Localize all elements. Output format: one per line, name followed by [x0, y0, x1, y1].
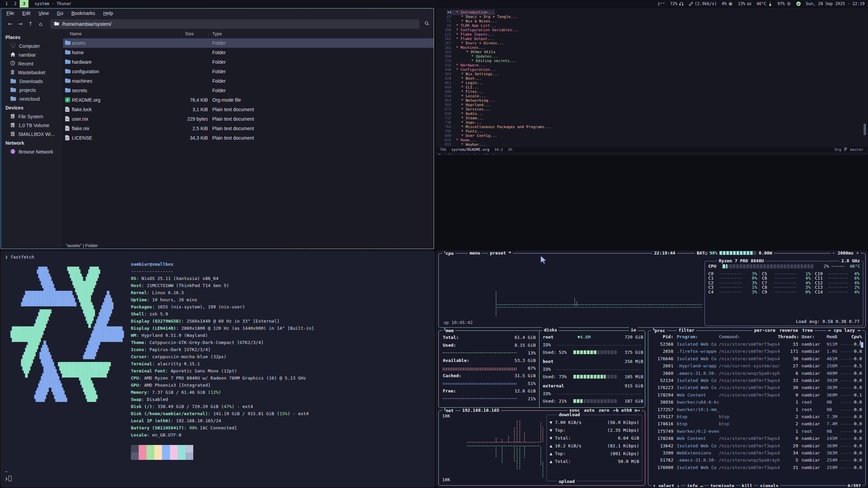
sidebar-item-nextcloud[interactable]: nextcloud [1, 95, 63, 103]
file-row-flake-lock[interactable]: flake.lock3,1 KiBPlain text document [63, 105, 434, 114]
menu-file[interactable]: File [6, 11, 14, 16]
update-interval-control[interactable]: - 2000ms + [831, 251, 861, 256]
forward-button[interactable]: → [15, 21, 25, 27]
process-row[interactable]: 176000Isolated Web Co/nix/store/sm8fmrf3… [648, 465, 861, 472]
mem-box-title[interactable]: 2mem [442, 328, 455, 333]
list-column-headers[interactable]: Name Size Type [63, 30, 434, 38]
net-box-title[interactable]: 3net [442, 408, 455, 413]
process-row[interactable]: 3390WebExtensions/nix/store/sm8fmrf3wps4… [648, 450, 861, 458]
process-row[interactable]: 38936kworker/u64:6-kc1root0B0.0 [648, 400, 861, 407]
file-row-assets[interactable]: assetsFolder [63, 38, 434, 48]
file-row-readme-org[interactable]: README.org76,4 KiBOrg-mode file [63, 95, 434, 105]
process-row[interactable]: 178294Web Content/nix/store/sm8fmrf3wps4… [648, 392, 861, 400]
file-row-user-nix[interactable]: user.nix229 bytesPlain text document [63, 114, 434, 124]
file-row-hardware[interactable]: hardwareFolder [63, 57, 434, 67]
disks-io-toggle[interactable]: io [629, 327, 638, 332]
proc-col-Pid[interactable]: Pid: [648, 334, 673, 339]
proc-col-Threads[interactable]: Threads: [778, 334, 798, 339]
column-size[interactable]: Size [185, 31, 194, 36]
proc-scroll-indicator[interactable] [861, 342, 863, 348]
sidebar-item-wastebasket[interactable]: Wastebasket [1, 68, 63, 77]
sidebar-item-computer[interactable]: Computer [1, 42, 63, 50]
disks-title[interactable]: disks [542, 327, 559, 332]
shell-prompt-current[interactable]: ~ ❯ [5, 468, 12, 482]
proc-action-kill[interactable]: kill [741, 483, 754, 487]
file-row-home[interactable]: homeFolder [63, 48, 434, 57]
path-bar[interactable]: /home/nambiar/system/ [51, 19, 419, 29]
proc-button-per-core[interactable]: per-core [754, 328, 775, 333]
menu-go[interactable]: Go [57, 11, 63, 16]
clock-module[interactable]: Sun, 28 Sep 2025 - 22:19 [806, 1, 865, 6]
net-button--b-eth0-n-[interactable]: ←b eth0 n→ [613, 408, 640, 413]
sidebar-item-browse-network[interactable]: Browse Network [1, 147, 63, 156]
proc-col-Program[interactable]: Program: [677, 334, 698, 339]
net-button-auto[interactable]: auto [584, 408, 594, 413]
back-button[interactable]: ← [5, 21, 15, 27]
sidebar-item-downloads[interactable]: Downloads [1, 77, 63, 86]
workspace-3[interactable]: 3 [20, 0, 28, 7]
search-icon[interactable] [424, 21, 430, 27]
sidebar-item-1-0-tb-volume[interactable]: 1,0 TB Volume [1, 121, 63, 130]
file-row-configuration[interactable]: configurationFolder [63, 67, 434, 76]
file-row-license[interactable]: LICENSE34,3 KiBPlain text document [63, 133, 434, 143]
net-button-zero[interactable]: zero [598, 408, 609, 413]
proc-sort-control[interactable]: ← cpu lazy → [827, 328, 862, 333]
proc-col-MemB[interactable]: MemB [827, 334, 837, 339]
up-button[interactable]: ↑ [25, 21, 36, 27]
file-row-secrets[interactable]: secretsFolder [63, 86, 434, 95]
menu-view[interactable]: View [39, 11, 49, 16]
process-row[interactable]: 52134Isolated Web Co/nix/store/sm8fmrf3w… [648, 378, 861, 385]
menu-bookmarks[interactable]: Bookmarks [72, 11, 95, 16]
proc-header-row[interactable]: Pid:Program:Command:Threads:User:MemBCpu… [648, 334, 865, 341]
workspace-2[interactable]: 2 [11, 0, 20, 7]
column-type[interactable]: Type [212, 31, 222, 36]
process-row[interactable]: 175749kworker/6:2-even1root0B0.0 [648, 429, 861, 436]
sidebar-item-projects[interactable]: projects [1, 86, 63, 95]
process-row[interactable]: 13642Isolated Web Co/nix/store/sm8fmrf3w… [648, 443, 861, 450]
scrollbar-thumb[interactable] [864, 124, 866, 135]
proc-col-User[interactable]: User: [802, 334, 815, 339]
idle-inhibitor-module[interactable]: zᶻᶻ [657, 1, 665, 6]
proc-footer-actions[interactable]: ↑ select ↓info ↵terminatekillsignals [652, 483, 780, 487]
proc-button-reverse[interactable]: reverse [780, 328, 798, 333]
network-module[interactable]: (2.9kb/s) [689, 1, 717, 6]
proc-action-signals[interactable]: signals [758, 483, 780, 487]
cpu-box-title[interactable]: 1cpu [442, 251, 455, 256]
process-row[interactable]: 176223Isolated Web Co/nix/store/sm8fmrf3… [648, 385, 861, 392]
menu-help[interactable]: Help [103, 11, 113, 16]
process-row[interactable]: 177257kworker/10:1-mm_1root0B0.0 [648, 407, 861, 414]
process-row[interactable]: 52368Isolated Web Co/nix/store/sm8fmrf3w… [648, 342, 861, 349]
process-row[interactable]: 178616btopbtop2nambiar7.4M0.0 [648, 421, 861, 428]
process-row[interactable]: 2660.emacs-31.0.50-/nix/store/wnqz5pa8ra… [648, 371, 861, 378]
proc-view-buttons[interactable]: per-corereversetree [752, 328, 814, 333]
proc-action-terminate[interactable]: terminate [709, 483, 735, 487]
proc-col-Command[interactable]: Command: [719, 334, 740, 339]
menu-edit[interactable]: Edit [22, 11, 31, 16]
sidebar-item-nambiar[interactable]: nambiar [1, 50, 63, 59]
column-name[interactable]: Name [70, 31, 82, 36]
status-ok-module[interactable] [796, 1, 801, 6]
proc-action-select[interactable]: ↑ select ↓ [652, 483, 681, 487]
sidebar-item-recent[interactable]: Recent [1, 59, 63, 68]
cpu-module[interactable]: 0% [722, 1, 733, 6]
proc-action-info[interactable]: info ↵ [686, 483, 704, 487]
menu-button[interactable]: menu [468, 251, 482, 256]
volume-module[interactable]: 72% [670, 1, 684, 6]
battery-module[interactable]: 97% [777, 1, 791, 6]
process-row[interactable]: 2601.Hyprland-wrapp/run/current-system/s… [648, 363, 861, 370]
process-row[interactable]: 178248Web Content/nix/store/sm8fmrf3wps4… [648, 436, 861, 443]
proc-button-tree[interactable]: tree [802, 328, 813, 333]
file-row-machines[interactable]: machinesFolder [63, 76, 434, 86]
process-row[interactable]: 179127btopbtop2nambiar7.3M0.0 [648, 414, 861, 421]
preset-button[interactable]: preset * [488, 251, 513, 256]
process-row[interactable]: 2658.firefox-wrappe/nix/store/sm8fmrf3wp… [648, 349, 861, 356]
proc-box-title[interactable]: 4proc [651, 328, 667, 333]
sidebar-item-file-system[interactable]: File System [1, 112, 63, 121]
process-row[interactable]: 51762.emacs-31.0.50-/nix/store/wnqz5pa8r… [648, 458, 861, 465]
memory-module[interactable]: 13% [738, 1, 751, 6]
temperature-module[interactable]: 46°C [756, 1, 772, 6]
proc-filter-button[interactable]: filter [677, 328, 696, 333]
home-button[interactable]: ⌂ [36, 21, 46, 27]
workspace-1[interactable]: 1 [2, 0, 11, 7]
file-row-flake-nix[interactable]: flake.nix2,5 KiBPlain text document [63, 124, 434, 133]
